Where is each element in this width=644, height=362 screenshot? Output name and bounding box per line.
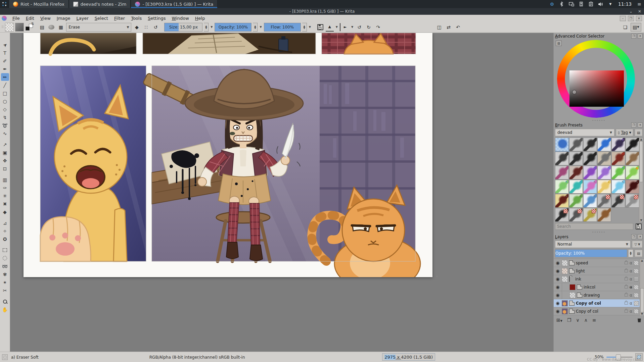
layer-name[interactable]: light [576,269,623,273]
layer-visibility-eye-icon[interactable]: ◉ [555,276,560,281]
ellipse-tool[interactable]: ○ [1,97,9,105]
move-tool[interactable]: ✥ [1,157,9,164]
alpha-icon[interactable]: α [630,309,632,314]
menu-view[interactable]: View [37,16,54,21]
swap-references-button[interactable]: ⇄ [445,23,453,31]
new-note-button[interactable]: ❏ [621,23,629,31]
gradient-chooser-button[interactable] [5,23,14,32]
similar-select-tool[interactable]: ✴ [1,278,9,286]
freehand-path-tool[interactable]: ∿ [1,130,9,137]
docker-close-button[interactable]: ✕ [638,234,643,239]
layer-visibility-eye-icon[interactable]: ◉ [555,309,560,314]
brush-preset-tile-25[interactable]: ✎ [555,194,569,208]
undo-history-button[interactable]: ↶ [454,23,462,31]
brush-engine-combobox[interactable]: Erase ▼ [66,23,131,32]
layer-lock-icon[interactable] [625,261,628,264]
volume-tray-icon[interactable] [598,1,603,7]
photo-app-tray-icon[interactable]: ❂ [549,1,555,7]
layer-name[interactable]: Copy of col [576,301,623,306]
layer-visibility-eye-icon[interactable]: ◉ [555,285,560,290]
flow-spinner[interactable]: ▲▼ [302,23,307,32]
transform-tool[interactable]: ▣ [1,149,9,156]
rectangle-tool[interactable]: □ [1,89,9,97]
bezier-select-tool[interactable]: ✂ [1,287,9,294]
alpha-locked-icon[interactable]: α [630,285,632,290]
brush-preset-tile-32[interactable] [569,208,583,222]
layer-name[interactable]: drawing [584,293,623,298]
inherit-alpha-icon[interactable] [634,293,639,298]
reference-images-tool[interactable]: ✪ [1,235,9,243]
taskbar-tab-zim[interactable]: deevad's notes - Zim [69,0,131,8]
layer-visibility-eye-icon[interactable]: ◉ [555,260,560,265]
docker-splitter[interactable]: •••••• [554,231,644,234]
brush-size-slider[interactable]: Size: 15,00 px [164,23,202,32]
document-page[interactable] [24,33,432,277]
usb-device-tray-icon[interactable] [579,1,584,7]
clock[interactable]: 11:13 [618,1,632,7]
zoom-slider-handle[interactable] [616,354,621,361]
workspace-chooser-button[interactable]: ▤▼ [631,23,641,32]
menu-edit[interactable]: Edit [23,16,37,21]
clipboard-tray-icon[interactable] [588,1,594,7]
layer-opacity-slider[interactable]: Opacity: 100% [555,249,627,257]
brush-preset-tile-28[interactable] [597,194,611,208]
brush-preset-tile-15[interactable]: ✎ [583,166,597,179]
brush-preset-tile-5[interactable]: ✦ [611,138,625,151]
layer-visibility-eye-icon[interactable]: ◉ [555,268,560,273]
inherit-alpha-icon[interactable] [634,301,639,306]
fill-tool[interactable]: ◆ [1,208,9,216]
mdi-close-button[interactable]: ✕ [636,16,642,21]
mirror-vertical-button[interactable]: ▲ [326,23,334,32]
brush-preset-tile-23[interactable]: ✎ [611,180,625,194]
polyline-tool[interactable]: ↯ [1,113,9,121]
calligraphy-tool[interactable]: ✒ [1,65,9,73]
brush-preset-tile-30[interactable] [626,194,639,208]
move-layer-down-button[interactable]: ∨ [576,317,579,323]
menu-settings[interactable]: Settings [145,16,169,21]
gradient-tool[interactable]: ▥ [1,176,9,184]
opacity-slider[interactable]: Opacity: 100% [215,23,251,32]
layer-filter-button[interactable]: ▽▼ [632,241,643,248]
layer-thumbnail[interactable] [562,268,568,274]
brush-preset-tile-31[interactable] [555,208,569,222]
size-options-caret[interactable]: ▼ [211,25,213,29]
show-tool-options-button[interactable]: ▤ [38,23,46,31]
flow-options-caret[interactable]: ▼ [309,25,311,29]
canvas-viewport[interactable]: ◦ [10,33,553,352]
inherit-alpha-icon[interactable] [634,269,639,273]
brush-preset-tile-16[interactable]: ✎ [597,166,611,179]
layer-lock-icon[interactable] [625,310,628,313]
layer-lock-icon[interactable] [625,294,628,297]
save-preset-button[interactable] [635,223,643,229]
eraser-mode-button[interactable]: ◆ [133,23,141,31]
split-view-button[interactable]: ◫ [435,23,443,31]
inherit-alpha-icon[interactable] [634,261,639,265]
advanced-color-selector[interactable]: ▤ [554,39,644,119]
inherit-alpha-icon[interactable] [634,285,639,290]
brush-preset-tile-34[interactable] [597,208,611,222]
reset-brush-button[interactable]: ↺ [151,23,159,31]
mirror-horizontal-button[interactable]: ► [340,23,349,31]
rotate-left-button[interactable]: ↻ [365,23,373,31]
layer-display-options-button[interactable]: ▤ [635,250,643,257]
brush-preset-chooser-button[interactable]: ▦ [57,23,65,31]
brush-grid-scrollbar[interactable]: ▲▼ [639,138,643,222]
window-titlebar[interactable]: - [E30P03.kra (1,5 GiB) ] — Krita ⌄ ✕ [0,8,644,15]
preset-display-options-button[interactable]: ▤ [635,129,643,136]
menu-file[interactable]: File [9,16,23,21]
alpha-icon[interactable]: α [630,293,632,298]
menu-select[interactable]: Select [92,16,111,21]
layer-lock-icon[interactable] [625,277,628,280]
saturation-value-square[interactable] [569,70,624,107]
menu-image[interactable]: Image [54,16,74,21]
layer-properties-button[interactable]: ≡ [592,317,596,323]
text-tool[interactable]: T [1,49,9,57]
docker-float-button[interactable]: ❐ [631,234,636,239]
reset-rotation-button[interactable]: ↺ [355,23,363,31]
layer-name[interactable]: inkcol [584,285,623,290]
rotate-right-button[interactable]: ↷ [374,23,382,31]
brush-preset-tile-2[interactable]: + [569,138,583,151]
brush-preset-tile-4[interactable] [597,138,611,151]
brush-preset-tile-3[interactable] [583,138,597,151]
layer-thumbnail[interactable] [562,300,568,306]
